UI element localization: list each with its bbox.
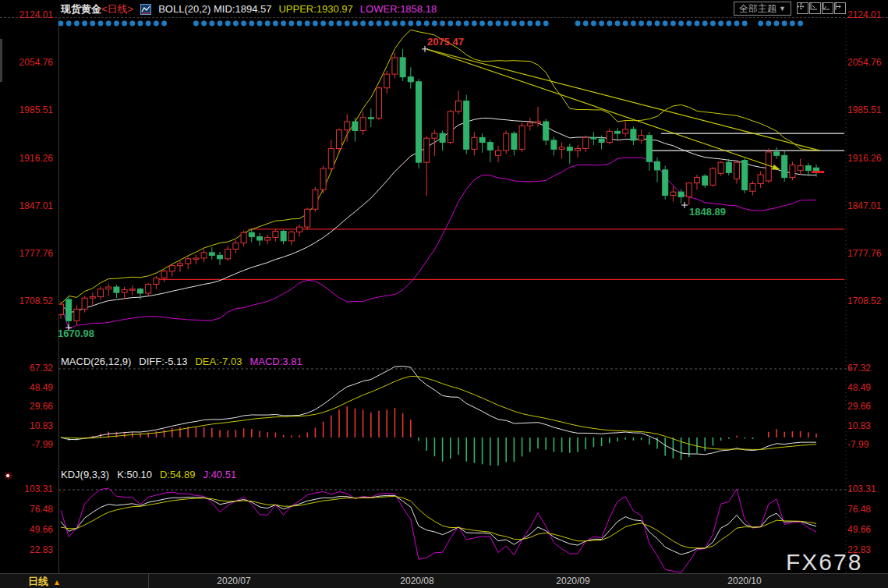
axis-tick-label: 1916.26 xyxy=(847,153,881,164)
timeline-divider xyxy=(148,574,149,588)
axis-tick-label: 1985.51 xyxy=(847,104,881,115)
x-axis-month-label: 2020/08 xyxy=(386,576,448,586)
price-annotation: 1848.89 xyxy=(689,206,726,218)
axis-tick-label: 67.32 xyxy=(847,363,871,374)
axis-tick-label: 1777.76 xyxy=(847,248,881,259)
axis-tick-label: 76.48 xyxy=(847,504,871,515)
x-axis-month-label: 2020/10 xyxy=(713,576,776,586)
axis-tick-label: 2124.01 xyxy=(0,9,53,20)
axis-tick-label: 1777.76 xyxy=(0,248,53,259)
axis-tick-label: 10.83 xyxy=(847,420,871,431)
axis-tick-label: 49.66 xyxy=(0,524,53,535)
tab-daily-period[interactable]: 日线 ▲ xyxy=(28,575,61,588)
axis-tick-label: 76.48 xyxy=(0,504,53,515)
axis-tick-label: 29.66 xyxy=(847,401,871,412)
axis-tick-label: 1708.52 xyxy=(847,296,881,306)
axis-tick-label: 2124.01 xyxy=(847,9,881,20)
axis-tick-label: -7.99 xyxy=(0,439,53,450)
chart-application-window: 现货黄金 <日线> BOLL(20,2) MID:1894.57 UPPER:1… xyxy=(0,0,888,588)
axis-tick-label: 1708.52 xyxy=(0,296,53,306)
axis-tick-label: 22.83 xyxy=(0,544,53,555)
axis-tick-label: 67.32 xyxy=(0,363,53,374)
axis-tick-label: 1916.26 xyxy=(0,153,53,164)
axis-tick-label: 48.49 xyxy=(0,382,53,393)
price-annotation: 2075.47 xyxy=(427,36,464,48)
axis-tick-label: 48.49 xyxy=(847,382,871,393)
triangle-up-icon: ▲ xyxy=(53,578,61,586)
watermark: FX678 xyxy=(786,549,862,576)
axis-tick-label: 1847.01 xyxy=(0,200,53,211)
axis-tick-label: 1847.01 xyxy=(847,200,881,211)
axis-tick-label: 103.31 xyxy=(0,484,53,494)
axis-tick-label: 2054.76 xyxy=(847,57,881,68)
axis-tick-label: -7.99 xyxy=(847,439,869,450)
axis-tick-label: 49.66 xyxy=(847,524,871,535)
x-axis-month-label: 2020/07 xyxy=(203,576,265,586)
axis-tick-label: 29.66 xyxy=(0,401,53,412)
x-axis-month-label: 2020/09 xyxy=(542,576,604,586)
axis-tick-label: 1985.51 xyxy=(0,104,53,115)
axis-tick-label: 2054.76 xyxy=(0,57,53,68)
price-annotation: 1670.98 xyxy=(58,328,94,339)
axis-tick-label: 10.83 xyxy=(0,420,53,431)
axis-tick-label: 103.31 xyxy=(847,484,876,494)
period-label: 日线 xyxy=(28,575,48,588)
